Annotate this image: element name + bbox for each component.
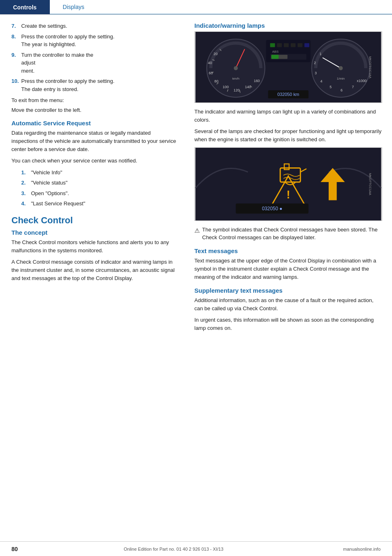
auto-step-4-text: "Last Service Request" — [31, 200, 85, 208]
right-column: Indicator/warning lamps — [188, 22, 392, 336]
svg-text:032050 ●: 032050 ● — [262, 206, 282, 211]
svg-text:4: 4 — [321, 79, 323, 83]
the-concept-heading: The concept — [11, 229, 178, 236]
footer-right-text: manualsonline.info — [319, 547, 381, 552]
step-8-num: 8. — [11, 33, 21, 49]
svg-text:032050 km: 032050 km — [277, 92, 299, 97]
left-column: 7. Create the settings. 8. Press the con… — [0, 22, 188, 336]
page-number: 80 — [11, 546, 28, 552]
supplementary-para1: Additional information, such as on the c… — [194, 296, 382, 313]
text-messages-heading: Text messages — [194, 247, 382, 254]
svg-text:60: 60 — [209, 71, 213, 75]
nav-rest — [97, 0, 392, 14]
step-9-text: Turn the controller to make the adjust­m… — [21, 51, 109, 75]
warning-watermark: MKO7TCC1AA — [368, 173, 372, 195]
svg-point-18 — [234, 66, 238, 70]
step-8-text: Press the controller to apply the settin… — [21, 33, 114, 49]
auto-step-3-num: 3. — [21, 189, 31, 198]
warning-triangle-icon: ⚠ — [194, 226, 200, 236]
warning-note: ⚠ The symbol indicates that Check Contro… — [194, 226, 382, 242]
svg-rect-25 — [298, 43, 303, 47]
supplementary-heading: Supplementary text messages — [194, 287, 382, 294]
text-messages-para: Text messages at the upper edge of the C… — [194, 257, 382, 281]
auto-service-para1: Data regarding the maintenance status or… — [11, 129, 178, 153]
footer-center-text: Online Edition for Part no. 01 40 2 926 … — [28, 547, 319, 552]
svg-rect-30 — [271, 55, 278, 59]
svg-text:6: 6 — [341, 88, 343, 92]
auto-step-4-num: 4. — [21, 200, 31, 208]
svg-rect-23 — [284, 43, 289, 47]
check-control-para2: A Check Control message consists of indi… — [11, 258, 178, 282]
indicator-warning-heading: Indicator/warning lamps — [194, 22, 382, 29]
auto-step-1: 1. "Vehicle Info" — [21, 169, 178, 177]
svg-text:ABS: ABS — [272, 50, 278, 53]
svg-text:7: 7 — [352, 85, 354, 89]
step-7: 7. Create the settings. — [11, 22, 178, 30]
svg-text:40: 40 — [208, 61, 212, 65]
indicator-para1: The indicator and warning lamps can ligh… — [194, 108, 382, 124]
auto-service-para2: You can check when your service center w… — [11, 157, 178, 165]
svg-text:160: 160 — [254, 79, 260, 83]
auto-step-2: 2. "Vehicle status" — [21, 179, 178, 187]
exit-line1: To exit from the menu: — [11, 96, 178, 105]
svg-line-3 — [240, 90, 240, 93]
step-7-num: 7. — [11, 22, 21, 30]
auto-step-4: 4. "Last Service Request" — [21, 200, 178, 208]
auto-step-3-text: Open "Options". — [31, 189, 69, 198]
warning-image: ! 032050 ● MKO7TCC1AA — [194, 147, 382, 221]
svg-text:120: 120 — [234, 88, 240, 92]
svg-text:80: 80 — [214, 79, 218, 83]
svg-text:5: 5 — [330, 85, 332, 89]
svg-text:3: 3 — [315, 71, 317, 75]
supplementary-para2: In urgent cases, this information will b… — [194, 316, 382, 332]
svg-text:1/min: 1/min — [337, 77, 345, 80]
svg-point-41 — [339, 66, 343, 70]
step-10: 10. Press the controller to apply the se… — [11, 77, 178, 93]
footer: 80 Online Edition for Part no. 01 40 2 9… — [0, 541, 392, 556]
auto-step-2-num: 2. — [21, 179, 31, 187]
indicator-para2: Several of the lamps are checked for pro… — [194, 127, 382, 144]
content-wrapper: 7. Create the settings. 8. Press the con… — [0, 15, 392, 336]
step-8: 8. Press the controller to apply the set… — [11, 33, 178, 49]
svg-rect-22 — [277, 43, 282, 47]
svg-rect-24 — [291, 43, 296, 47]
auto-service-steps: 1. "Vehicle Info" 2. "Vehicle status" 3.… — [21, 169, 178, 208]
tab-displays[interactable]: Displays — [50, 0, 98, 14]
auto-service-heading: Automatic Service Request — [11, 120, 178, 127]
auto-step-3: 3. Open "Options". — [21, 189, 178, 198]
svg-text:2: 2 — [314, 61, 316, 65]
svg-text:1: 1 — [320, 52, 322, 56]
exit-line2: Move the controller to the left. — [11, 106, 178, 114]
svg-text:100: 100 — [223, 85, 229, 89]
check-control-heading: Check Control — [11, 215, 178, 226]
svg-text:x1000: x1000 — [357, 79, 367, 83]
svg-text:km/h: km/h — [232, 77, 239, 80]
step-9: 9. Turn the controller to make the adjus… — [11, 51, 178, 75]
step-10-text: Press the controller to apply the settin… — [21, 77, 114, 93]
auto-step-2-text: "Vehicle status" — [31, 179, 67, 187]
svg-text:!: ! — [286, 188, 290, 200]
svg-text:20: 20 — [214, 52, 218, 56]
top-navigation: Controls Displays — [0, 0, 392, 15]
step-10-num: 10. — [11, 77, 21, 93]
cluster-watermark: MKO7TCC1AA — [368, 56, 372, 78]
svg-rect-26 — [305, 43, 310, 47]
step-7-text: Create the settings. — [21, 22, 67, 30]
svg-text:140: 140 — [245, 85, 251, 89]
svg-rect-21 — [270, 43, 275, 47]
cluster-image: 20 40 60 80 100 120 140 160 km/h — [194, 31, 382, 103]
warning-note-text: The symbol indicates that Check Control … — [202, 226, 382, 242]
step-9-num: 9. — [11, 51, 21, 75]
auto-step-1-text: "Vehicle Info" — [31, 169, 62, 177]
check-control-para1: The Check Control monitors vehicle funct… — [11, 238, 178, 255]
auto-step-1-num: 1. — [21, 169, 31, 177]
steps-list: 7. Create the settings. 8. Press the con… — [11, 22, 178, 93]
tab-controls[interactable]: Controls — [0, 0, 50, 14]
